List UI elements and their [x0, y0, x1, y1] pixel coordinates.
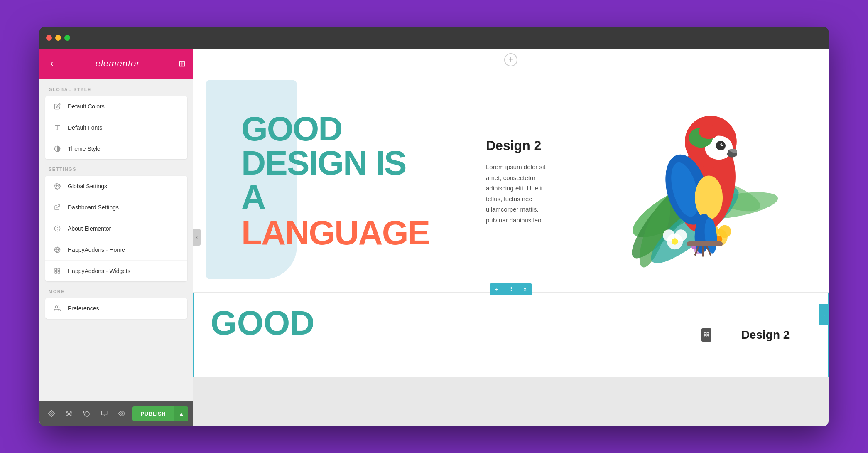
svg-rect-57 — [704, 333, 706, 335]
svg-point-35 — [718, 225, 731, 238]
more-group: Preferences — [45, 298, 187, 319]
sidebar-item-preferences[interactable]: Preferences — [45, 298, 187, 319]
traffic-light-green[interactable] — [64, 35, 70, 41]
publish-dropdown-button[interactable]: ▲ — [174, 406, 188, 421]
external-link-icon — [53, 203, 62, 212]
global-style-label: GLOBAL STYLE — [39, 87, 193, 96]
svg-marker-18 — [66, 411, 72, 414]
browser-window: ‹ elementor ⊞ GLOBAL STYLE — [39, 27, 829, 426]
svg-rect-12 — [55, 268, 57, 271]
global-style-group: Default Colors Default Fonts — [45, 96, 187, 159]
canvas-area: ‹ + GOOD DESIGN IS A LANGUAGE — [193, 49, 829, 426]
settings-label: SETTINGS — [39, 167, 193, 176]
browser-titlebar — [39, 27, 829, 49]
design2-body: Lorem ipsum dolor sit amet, consectetur … — [486, 162, 552, 225]
canvas-section-1: GOOD DESIGN IS A LANGUAGE Design 2 Lorem… — [193, 71, 829, 292]
traffic-lights — [46, 35, 70, 41]
happyaddons-widgets-label: HappyAddons - Widgets — [68, 268, 130, 274]
svg-rect-59 — [704, 335, 706, 337]
sidebar-footer: PUBLISH ▲ — [39, 401, 193, 426]
footer-preview-icon[interactable] — [115, 406, 129, 421]
section-close-btn[interactable]: × — [518, 283, 532, 295]
preferences-label: Preferences — [68, 305, 99, 312]
section-2-right: Design 2 — [703, 293, 828, 377]
default-colors-label: Default Colors — [68, 103, 105, 110]
sidebar-item-about-elementor[interactable]: About Elementor — [45, 218, 187, 239]
blue-side-handle[interactable]: › — [819, 304, 829, 325]
sidebar-header: ‹ elementor ⊞ — [39, 49, 193, 79]
headline-line-language: LANGUAGE — [241, 214, 429, 251]
design2-title: Design 2 — [486, 138, 541, 153]
dashboard-settings-label: Dashboard Settings — [68, 204, 119, 211]
section-toolbar: + ⠿ × — [490, 283, 532, 295]
font-icon — [53, 123, 62, 132]
svg-point-3 — [56, 185, 58, 187]
section-add-btn[interactable]: + — [490, 283, 504, 295]
canvas-toolbar: + — [193, 49, 829, 71]
footer-responsive-icon[interactable] — [97, 406, 111, 421]
headline-line-design-is: DESIGN IS — [241, 146, 429, 180]
publish-button-group: PUBLISH ▲ — [132, 406, 188, 421]
sidebar-item-theme-style[interactable]: Theme Style — [45, 138, 187, 159]
settings-group: Global Settings — [45, 176, 187, 281]
svg-line-6 — [57, 205, 60, 208]
footer-layers-icon[interactable] — [62, 406, 76, 421]
widgets-icon — [53, 266, 62, 276]
sidebar-collapse-btn[interactable]: ‹ — [193, 229, 201, 246]
svg-rect-58 — [707, 333, 709, 335]
about-elementor-label: About Elementor — [68, 225, 111, 232]
sidebar-item-happyaddons-widgets[interactable]: HappyAddons - Widgets — [45, 261, 187, 281]
sidebar-item-default-colors[interactable]: Default Colors — [45, 96, 187, 117]
publish-button[interactable]: PUBLISH — [132, 406, 174, 421]
svg-point-32 — [672, 238, 678, 244]
svg-point-22 — [121, 413, 123, 414]
svg-rect-19 — [101, 411, 107, 415]
sidebar-item-global-settings[interactable]: Global Settings — [45, 176, 187, 197]
svg-rect-53 — [687, 241, 722, 246]
main-headline: GOOD DESIGN IS A LANGUAGE — [241, 112, 429, 251]
add-section-button[interactable]: + — [504, 53, 517, 66]
canvas-section-2-wrapper: + ⠿ × GOOD — [193, 293, 829, 377]
canvas-scroll[interactable]: GOOD DESIGN IS A LANGUAGE Design 2 Lorem… — [193, 71, 829, 426]
circle-half-icon — [53, 144, 62, 153]
default-fonts-label: Default Fonts — [68, 124, 102, 131]
section-move-btn[interactable]: ⠿ — [504, 283, 518, 295]
section-2-title: Design 2 — [741, 328, 790, 342]
parrot-illustration — [595, 82, 794, 281]
svg-point-45 — [721, 143, 723, 145]
sidebar-back-button[interactable]: ‹ — [47, 57, 56, 71]
sidebar-item-happyaddons-home[interactable]: HappyAddons - Home — [45, 239, 187, 261]
svg-point-43 — [716, 141, 725, 150]
svg-point-48 — [695, 176, 723, 220]
pencil-icon — [53, 102, 62, 111]
traffic-light-red[interactable] — [46, 35, 52, 41]
svg-point-17 — [51, 413, 52, 414]
browser-content: ‹ elementor ⊞ GLOBAL STYLE — [39, 49, 829, 426]
section-1-left: GOOD DESIGN IS A LANGUAGE — [193, 71, 478, 292]
traffic-light-yellow[interactable] — [55, 35, 61, 41]
svg-point-16 — [55, 306, 57, 308]
footer-history-icon[interactable] — [80, 406, 94, 421]
headline-line-good: GOOD — [241, 112, 429, 146]
section-2-left: GOOD — [194, 293, 703, 377]
svg-rect-60 — [707, 335, 709, 337]
svg-rect-14 — [55, 271, 57, 273]
global-settings-label: Global Settings — [68, 183, 107, 190]
sidebar-body: GLOBAL STYLE Default Colors — [39, 79, 193, 401]
sidebar-item-dashboard-settings[interactable]: Dashboard Settings — [45, 197, 187, 218]
theme-style-label: Theme Style — [68, 145, 101, 152]
svg-point-50 — [699, 125, 718, 139]
sidebar-grid-button[interactable]: ⊞ — [179, 59, 186, 69]
column-handle[interactable] — [701, 328, 711, 342]
svg-rect-15 — [58, 271, 60, 273]
user-icon — [53, 304, 62, 313]
section-1-right — [561, 71, 829, 292]
globe-icon — [53, 245, 62, 254]
info-icon — [53, 224, 62, 233]
headline-line-a: A — [241, 180, 429, 214]
sidebar-item-default-fonts[interactable]: Default Fonts — [45, 117, 187, 138]
footer-settings-icon[interactable] — [44, 406, 59, 421]
sidebar-logo: elementor — [96, 58, 140, 69]
happyaddons-home-label: HappyAddons - Home — [68, 246, 125, 253]
elementor-sidebar: ‹ elementor ⊞ GLOBAL STYLE — [39, 49, 193, 426]
